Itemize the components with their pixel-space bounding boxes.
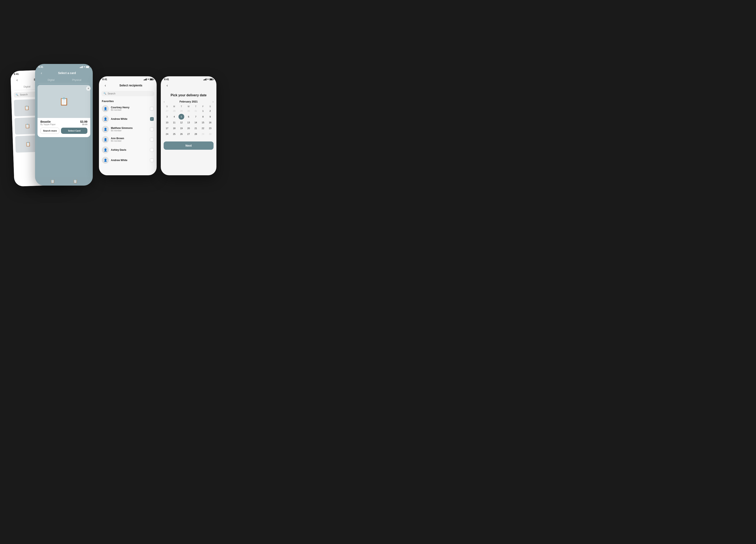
- calendar-week-1: 27 28 29 30 31 1 2: [164, 108, 214, 114]
- cal-day-27-jan[interactable]: 27: [164, 108, 170, 114]
- cal-day-27-feb[interactable]: 27: [186, 131, 191, 137]
- card-price: $3.99: [80, 120, 87, 123]
- cal-day-6-feb[interactable]: 6: [186, 114, 191, 120]
- recipient-name-5: Andrew White: [111, 159, 148, 162]
- bottom-tab-icon-1[interactable]: 📋: [50, 179, 55, 183]
- wifi-icon-3: ▾: [148, 78, 149, 81]
- cal-day-16-feb[interactable]: 16: [207, 120, 213, 125]
- card-brand: By Yeppie Paper: [40, 123, 56, 126]
- back-arrow-4[interactable]: ‹: [164, 83, 170, 88]
- battery-icon-3: [150, 78, 153, 80]
- cal-day-15-feb[interactable]: 15: [200, 120, 206, 125]
- status-bar-3: 9:41 ▾: [99, 76, 157, 82]
- tab-physical-2[interactable]: Physical: [64, 77, 89, 83]
- back-arrow-3[interactable]: ‹: [102, 83, 108, 88]
- status-bar-2: 9:41 ▾: [35, 64, 93, 69]
- card-name: Beastie: [40, 120, 51, 123]
- avatar-3: 👤: [102, 136, 109, 143]
- cal-day-2-mar[interactable]: 30: [207, 131, 213, 137]
- checkbox-3[interactable]: [150, 138, 154, 141]
- cal-day-29-jan[interactable]: 29: [178, 108, 184, 114]
- day-header-tue: T: [178, 105, 185, 108]
- checkbox-1[interactable]: ✓: [150, 117, 154, 121]
- recipient-item-3: 👤 Ann Brown Bô member: [99, 134, 157, 145]
- checkbox-4[interactable]: [150, 148, 154, 152]
- day-header-sun: S: [164, 105, 170, 108]
- cal-day-21-feb[interactable]: 21: [193, 125, 199, 131]
- cal-day-13-feb[interactable]: 13: [186, 120, 191, 125]
- cal-day-14-feb[interactable]: 14: [193, 120, 199, 125]
- cal-day-1-feb[interactable]: 1: [200, 108, 206, 114]
- cal-day-7-feb[interactable]: 7: [193, 114, 199, 120]
- card-modal: 📋 Beastie $3.99 By Yeppie Paper $5.99 Se…: [38, 85, 90, 137]
- tabs-2: Digital Physical: [38, 77, 89, 83]
- card-icon: 📋: [59, 97, 69, 106]
- recipient-item-0: 👤 Courtney Henry Bô member: [99, 103, 157, 114]
- bottom-tab-icon-2[interactable]: 📋: [73, 179, 77, 183]
- cal-day-2-feb[interactable]: 2: [207, 108, 213, 114]
- recipient-sub-2: Bô member: [111, 129, 148, 132]
- cal-day-9-feb[interactable]: 9: [207, 114, 213, 120]
- recipient-item-4: 👤 Ashley Davis: [99, 145, 157, 155]
- phone-select-card-modal: 9:41 ▾ ‹ Select a card Digital Ph: [35, 64, 93, 185]
- search-icon-3: 🔍: [103, 92, 106, 95]
- checkbox-5[interactable]: [150, 158, 154, 162]
- cal-day-8-feb[interactable]: 8: [200, 114, 206, 120]
- cal-day-11-feb[interactable]: 11: [171, 120, 177, 125]
- cal-day-25-feb[interactable]: 25: [171, 131, 177, 137]
- recipient-name-3: Ann Brown: [111, 137, 148, 140]
- cal-day-12-feb[interactable]: 12: [178, 120, 184, 125]
- avatar-4: 👤: [102, 146, 109, 153]
- calendar-title: Pick your delivery date: [164, 91, 214, 100]
- cal-day-5-feb[interactable]: 5: [178, 114, 184, 120]
- wifi-icon-2: ▾: [84, 66, 85, 68]
- avatar-0: 👤: [102, 105, 109, 112]
- back-arrow-1[interactable]: ‹: [14, 78, 20, 82]
- checkbox-0[interactable]: [150, 107, 154, 110]
- recipient-name-4: Ashley Davis: [111, 148, 148, 151]
- search-bar-3: 🔍: [101, 91, 154, 96]
- prev-month-button[interactable]: ‹: [164, 100, 165, 103]
- modal-close-button[interactable]: ✕: [86, 86, 91, 91]
- checkbox-2[interactable]: [150, 127, 154, 131]
- status-bar-4: 9:41 ▾: [161, 76, 216, 82]
- cal-day-1-mar[interactable]: 29: [200, 131, 206, 137]
- cal-day-17-feb[interactable]: 17: [164, 125, 170, 131]
- calendar-header: S M T W T F S: [164, 105, 214, 108]
- cal-day-3-feb[interactable]: 3: [164, 114, 170, 120]
- wifi-icon-4: ▾: [207, 78, 209, 81]
- calendar-week-5: 24 25 26 27 28 29 30: [164, 131, 214, 137]
- battery-icon-2: [86, 66, 89, 68]
- cal-day-4-feb[interactable]: 4: [171, 114, 177, 120]
- cal-day-22-feb[interactable]: 22: [200, 125, 206, 131]
- day-header-fri: F: [200, 105, 206, 108]
- cal-day-28-feb[interactable]: 28: [193, 131, 199, 137]
- cal-day-24-feb[interactable]: 24: [164, 131, 170, 137]
- day-header-sat: S: [207, 105, 214, 108]
- cal-day-31-jan[interactable]: 31: [193, 108, 199, 114]
- cal-day-23-feb[interactable]: 23: [207, 125, 213, 131]
- signal-icon-3: [144, 78, 147, 80]
- cal-day-20-feb[interactable]: 20: [186, 125, 191, 131]
- day-header-wed: W: [185, 105, 192, 108]
- tab-digital-2[interactable]: Digital: [38, 77, 64, 83]
- next-button[interactable]: Next: [164, 141, 214, 150]
- nav-title-2: Select a card: [45, 71, 89, 75]
- cal-day-18-feb[interactable]: 18: [171, 125, 177, 131]
- search-more-button[interactable]: Search more: [40, 128, 59, 134]
- signal-icon-2: [80, 66, 83, 68]
- phone-select-recipients: 9:41 ▾ ‹ Select recipients 🔍 Favorites: [99, 76, 157, 175]
- recipients-list: 👤 Courtney Henry Bô member 👤 Andrew Whit…: [99, 103, 157, 165]
- back-arrow-2[interactable]: ‹: [38, 71, 45, 75]
- cal-day-10-feb[interactable]: 10: [164, 120, 170, 125]
- avatar-5: 👤: [102, 157, 109, 164]
- day-header-thu: T: [192, 105, 199, 108]
- status-time-1: 9:41: [14, 72, 19, 75]
- cal-day-28-jan[interactable]: 28: [171, 108, 177, 114]
- cal-day-30-jan[interactable]: 30: [186, 108, 191, 114]
- cal-day-26-feb[interactable]: 26: [178, 131, 184, 137]
- cal-day-19-feb[interactable]: 19: [178, 125, 184, 131]
- next-month-button[interactable]: ›: [212, 100, 214, 103]
- select-card-button[interactable]: Select Card: [61, 128, 87, 134]
- search-input-3[interactable]: [108, 92, 152, 95]
